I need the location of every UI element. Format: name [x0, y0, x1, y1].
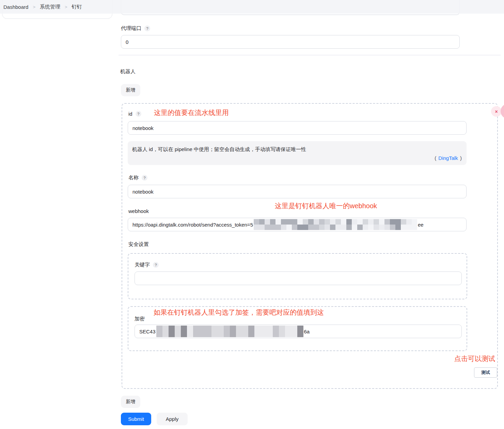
help-icon[interactable]: ? — [136, 111, 141, 117]
redacted-secret-mosaic — [156, 326, 303, 337]
breadcrumb-item-dashboard[interactable]: Dashboard — [3, 4, 28, 10]
robot-id-input[interactable] — [128, 121, 467, 135]
keyword-input[interactable] — [135, 271, 462, 285]
breadcrumb-item-system-management[interactable]: 系统管理 — [40, 4, 60, 10]
paren-close: ) — [460, 155, 462, 161]
encrypt-input[interactable]: SEC43 6a — [135, 325, 462, 338]
submit-button[interactable]: Submit — [121, 413, 151, 425]
proxy-port-label: 代理端口 — [121, 25, 141, 32]
id-hint-box: 机器人 id，可以在 pipeline 中使用；留空会自动生成，手动填写请保证唯… — [128, 141, 467, 165]
breadcrumb: Dashboard > 系统管理 > 钉钉 — [0, 0, 504, 14]
webhook-value-prefix: https://oapi.dingtalk.com/robot/send?acc… — [132, 222, 253, 228]
encrypt-label: 加密 — [135, 316, 145, 322]
id-label: id — [128, 111, 132, 117]
webhook-input[interactable]: https://oapi.dingtalk.com/robot/send?acc… — [128, 218, 467, 231]
encrypt-value-prefix: SEC43 — [139, 329, 156, 334]
redacted-token-mosaic — [254, 219, 417, 230]
annotation-id-note: 这里的值要在流水线里用 — [154, 108, 229, 117]
section-divider — [119, 55, 501, 55]
robot-name-input[interactable] — [128, 185, 467, 198]
close-icon[interactable]: × — [491, 106, 502, 117]
annotation-webhook-note: 这里是钉钉机器人唯一的webhook — [275, 201, 377, 211]
webhook-value-suffix: ee — [418, 222, 424, 228]
annotation-encrypt-note: 如果在钉钉机器人里勾选了加签，需要吧对应的值填到这 — [154, 308, 324, 317]
add-robot-button-top[interactable]: 新增 — [121, 84, 140, 96]
paren-open: ( — [435, 155, 436, 161]
help-icon[interactable]: ? — [144, 26, 150, 31]
webhook-label: webhook — [128, 208, 149, 214]
dingtalk-doc-link[interactable]: DingTalk — [438, 155, 458, 161]
id-hint-text: 机器人 id，可以在 pipeline 中使用；留空会自动生成，手动填写请保证唯… — [132, 146, 306, 153]
apply-button[interactable]: Apply — [157, 413, 188, 425]
id-hint-link-row: ( DingTalk ) — [435, 155, 462, 161]
breadcrumb-item-dingtalk[interactable]: 钉钉 — [72, 4, 82, 10]
encrypt-box: 如果在钉钉机器人里勾选了加签，需要吧对应的值填到这 加密 SEC43 6a — [128, 306, 467, 351]
keyword-label: 关键字 — [135, 262, 150, 268]
robot-section-label: 机器人 — [120, 68, 136, 75]
dingtalk-settings-page: Dashboard > 系统管理 > 钉钉 代理端口 ? 机器人 新增 id ?… — [0, 0, 504, 429]
name-label-row: 名称 ? — [128, 175, 147, 181]
keyword-label-row: 关键字 ? — [135, 262, 159, 268]
id-label-row: id ? — [128, 111, 141, 117]
name-label: 名称 — [128, 175, 139, 181]
encrypt-value-suffix: 6a — [304, 329, 310, 334]
proxy-port-input[interactable] — [121, 35, 460, 49]
chevron-right-icon: > — [65, 4, 67, 10]
test-button[interactable]: 测试 — [474, 367, 497, 378]
help-icon[interactable]: ? — [153, 262, 159, 268]
chevron-right-icon: > — [33, 4, 35, 10]
annotation-test-note: 点击可以测试 — [454, 354, 495, 363]
keyword-box: 关键字 ? — [128, 253, 467, 299]
partial-close-icon[interactable] — [501, 104, 504, 119]
add-robot-button-bottom[interactable]: 新增 — [121, 396, 140, 408]
help-icon[interactable]: ? — [142, 175, 147, 181]
robot-card: id ? 这里的值要在流水线里用 机器人 id，可以在 pipeline 中使用… — [122, 103, 498, 389]
security-settings-label: 安全设置 — [128, 241, 149, 248]
proxy-port-label-row: 代理端口 ? — [121, 25, 150, 32]
